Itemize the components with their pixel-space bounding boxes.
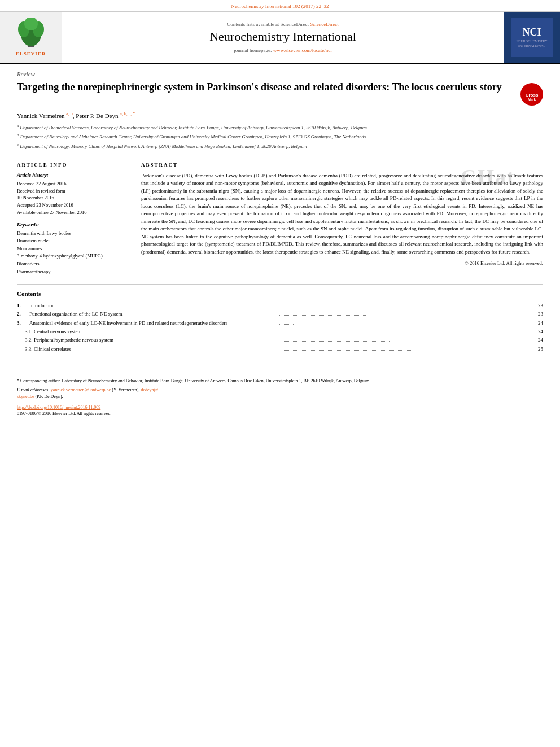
article-title-text: Targeting the norepinephrinergic system …: [17, 81, 520, 94]
contents-title: Contents: [17, 290, 543, 297]
contents-section: Contents 1. Introduction ...............…: [17, 284, 543, 353]
homepage-link: journal homepage: www.elsevier.com/locat…: [234, 47, 331, 53]
toc-page-2: 23: [529, 310, 543, 318]
article-body: ARTICLE INFO Article history: Received 2…: [17, 162, 543, 276]
history-online: Available online 27 November 2016: [17, 209, 130, 216]
issn-line: 0197-0186/© 2016 Elsevier Ltd. All right…: [17, 411, 543, 416]
article-content: Review Targeting the norepinephrinergic …: [0, 64, 560, 360]
abstract-heading: ABSTRACT: [141, 162, 543, 168]
history-received: Received 22 August 2016: [17, 180, 130, 187]
toc-page-3: 24: [529, 319, 543, 327]
history-accepted: Accepted 23 November 2016: [17, 202, 130, 209]
toc-number-2: 2.: [17, 310, 29, 318]
affiliations: a Department of Biomedical Sciences, Lab…: [17, 124, 543, 150]
journal-citation: Neurochemistry International 102 (2017) …: [0, 0, 560, 12]
toc-dots-1: ........................................…: [278, 302, 530, 310]
abstract-text: Parkinson's disease (PD), dementia with …: [141, 172, 543, 256]
elsevier-label: ELSEVIER: [16, 51, 46, 56]
toc-dots-3-3: ........................................…: [281, 346, 530, 353]
email-addresses: E-mail addresses: yannick.vermeiren@uant…: [17, 387, 543, 400]
footer: * Corresponding author. Laboratory of Ne…: [0, 372, 560, 422]
article-title-block: Targeting the norepinephrinergic system …: [17, 81, 543, 106]
toc-title-3-3: Clinical correlates: [34, 345, 281, 353]
toc-dots-3-2: ........................................…: [281, 337, 530, 344]
journal-header: ELSEVIER Contents lists available at Sci…: [0, 12, 560, 64]
toc-item-3-3: 3.3. Clinical correlates ...............…: [17, 345, 543, 353]
journal-header-center: Contents lists available at ScienceDirec…: [62, 12, 504, 63]
email-1-name: (Y. Vermeiren),: [112, 387, 141, 392]
article-info-col: ARTICLE INFO Article history: Received 2…: [17, 162, 130, 276]
nci-logo: NCI NEUROCHEMISTRYINTERNATIONAL: [504, 12, 560, 63]
email-1-link[interactable]: yannick.vermeiren@uantwerp.be: [51, 387, 111, 392]
article-history: Article history: Received 22 August 2016…: [17, 172, 130, 216]
abstract-col: ABSTRACT Parkinson's disease (PD), demen…: [141, 162, 543, 276]
toc-title-3-2: Peripheral/sympathetic nervous system: [34, 336, 281, 344]
toc-item-3-1: 3.1. Central nervous system ............…: [17, 327, 543, 336]
toc-page-3-1: 24: [529, 327, 543, 336]
history-revised-date: 10 November 2016: [17, 194, 130, 202]
sciencedirect-url[interactable]: ScienceDirect: [310, 21, 338, 27]
keyword-3: Monoamines: [17, 245, 130, 253]
keywords-section: Keywords: Dementia with Lewy bodies Brai…: [17, 222, 130, 276]
authors-line: Yannick Vermeiren a, b, Peter P. De Deyn…: [17, 111, 543, 119]
crossmark-badge: Cross Mark: [520, 83, 543, 106]
toc-page-1: 23: [529, 302, 543, 310]
toc-item-3: 3. Anatomical evidence of early LC-NE in…: [17, 319, 543, 327]
email-2-name: (P.P. De Deyn).: [35, 394, 63, 399]
copyright: © 2016 Elsevier Ltd. All rights reserved…: [141, 260, 543, 266]
keyword-5: Biomarkers: [17, 260, 130, 268]
journal-title: Neurochemistry International: [209, 29, 356, 44]
toc-number-1: 1.: [17, 302, 29, 310]
history-label: Article history:: [17, 172, 130, 178]
keywords-label: Keywords:: [17, 222, 130, 228]
toc-number-3-3: 3.3.: [17, 345, 34, 353]
nci-logo-box: NCI NEUROCHEMISTRYINTERNATIONAL: [511, 18, 553, 57]
doi-link[interactable]: http://dx.doi.org/10.1016/j.neuint.2016.…: [17, 405, 100, 410]
svg-text:Mark: Mark: [528, 98, 536, 101]
crossmark-icon: Cross Mark: [523, 86, 540, 103]
toc-number-3-1: 3.1.: [17, 327, 34, 336]
corresponding-note: * Corresponding author. Laboratory of Ne…: [17, 378, 543, 385]
affiliation-a: a Department of Biomedical Sciences, Lab…: [17, 124, 543, 132]
svg-text:Cross: Cross: [526, 93, 539, 98]
toc-title-2: Functional organization of the LC-NE sys…: [29, 310, 278, 318]
keyword-1: Dementia with Lewy bodies: [17, 230, 130, 238]
history-revised-label: Received in revised form: [17, 187, 130, 195]
homepage-url[interactable]: www.elsevier.com/locate/nci: [273, 47, 332, 53]
toc-title-3-1: Central nervous system: [34, 327, 281, 336]
affiliation-b: b Department of Neurology and Alzheimer …: [17, 133, 543, 141]
divider-top: [17, 156, 543, 156]
article-info-heading: ARTICLE INFO: [17, 162, 130, 168]
toc-title-3: Anatomical evidence of early LC-NE invol…: [29, 319, 278, 327]
affiliation-c: c Department of Neurology, Memory Clinic…: [17, 142, 543, 150]
elsevier-tree-icon: [11, 18, 51, 49]
toc-item-1: 1. Introduction ........................…: [17, 302, 543, 310]
elsevier-logo: ELSEVIER: [0, 12, 62, 63]
toc-page-3-3: 25: [529, 345, 543, 353]
article-section-label: Review: [17, 71, 543, 77]
toc-dots-3-1: ........................................…: [281, 328, 530, 336]
keyword-2: Brainstem nuclei: [17, 237, 130, 245]
sciencedirect-link: Contents lists available at ScienceDirec…: [227, 21, 339, 27]
doi-line: http://dx.doi.org/10.1016/j.neuint.2016.…: [17, 405, 543, 410]
toc-dots-2: ........................................…: [278, 311, 530, 318]
toc-title-1: Introduction: [29, 302, 278, 310]
toc-item-3-2: 3.2. Peripheral/sympathetic nervous syst…: [17, 336, 543, 344]
toc-item-2: 2. Functional organization of the LC-NE …: [17, 310, 543, 318]
toc-number-3: 3.: [17, 319, 29, 327]
toc-number-3-2: 3.2.: [17, 336, 34, 344]
toc-page-3-2: 24: [529, 336, 543, 344]
keyword-4: 3-methoxy-4-hydroxyphenylglycol (MHPG): [17, 252, 130, 260]
keyword-6: Pharmacotherapy: [17, 268, 130, 276]
toc-dots-3: .............: [278, 320, 530, 327]
